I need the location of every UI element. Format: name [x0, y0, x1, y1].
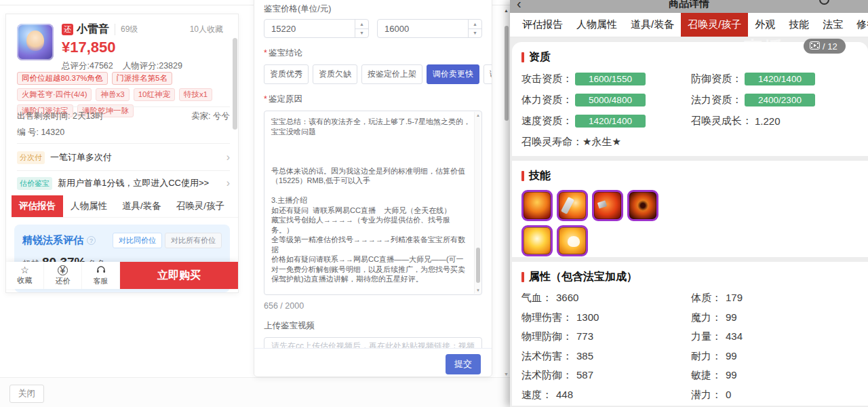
character-listing-card: 还 小雷音 69级 10人收藏 ¥17,850 总评分:47562 人物评分:2… — [5, 14, 239, 293]
page-scrollbar[interactable]: ▲ ▼ — [503, 0, 510, 407]
apt-label: 体力资质： — [521, 94, 572, 106]
question-icon[interactable]: ? — [87, 236, 96, 245]
option-adjust-sell-higher[interactable]: 调整卖更高 — [484, 64, 492, 84]
left-scrollbar-thumb[interactable] — [233, 38, 237, 130]
tab-character-attributes[interactable]: 人物属性 — [570, 13, 624, 37]
reason-textarea[interactable]: 宝宝总结：该有的攻法齐全，玩法上够了.5-7星地煞之类的，宝宝没啥问题 号总体来… — [264, 111, 482, 295]
attr-value: 3660 — [556, 288, 578, 308]
detail-content: 资质 攻击资质：1600/1550 防御资质：1420/1400 体力资质：50… — [510, 37, 868, 407]
attr-value: 0 — [726, 385, 731, 405]
tab-appearance[interactable]: 外观 — [232, 195, 239, 217]
film-icon — [810, 41, 820, 52]
skill-icon[interactable] — [521, 225, 553, 256]
submit-button[interactable]: 提交 — [446, 354, 481, 374]
attr-label: 法术伤害： — [521, 347, 572, 366]
listing-price: ¥17,850 — [62, 39, 230, 56]
skills-title: 技能 — [529, 169, 551, 183]
character-avatar[interactable] — [17, 24, 54, 60]
character-score: 人物评分:23829 — [123, 60, 182, 72]
scroll-up-icon[interactable]: ▲ — [504, 8, 509, 13]
feature-tag: 火舞苍穹·四件(4/4) — [17, 88, 92, 101]
buy-now-button[interactable]: 立即购买 — [120, 262, 238, 289]
option-good-aptitude[interactable]: 资质优秀 — [264, 64, 309, 84]
compare-same-price-toggle[interactable]: 对比同价位 — [113, 233, 162, 248]
total-score: 总评分:47562 — [62, 60, 113, 72]
tab-items-equipment[interactable]: 道具/装备 — [115, 195, 169, 217]
tab-evaluation-report[interactable]: 评估报告 — [12, 195, 63, 217]
option-list-at-appraised-price[interactable]: 按鉴定价上架 — [361, 64, 422, 84]
scroll-up-icon[interactable]: ▲ — [475, 112, 481, 119]
attr-label: 魔力： — [691, 308, 722, 328]
tab-appearance[interactable]: 外观 — [748, 13, 782, 37]
textarea-scrollbar-thumb[interactable] — [476, 248, 480, 283]
section-marker — [521, 171, 524, 181]
growth-value: 1.220 — [755, 115, 781, 127]
conclusion-label: 鉴宝结论 — [264, 47, 482, 59]
appraisal-promo-row[interactable]: 估价鉴宝 新用户首单1分钱，立即进入CC使用>> › — [17, 174, 230, 192]
favorite-button[interactable]: ☆ 收藏 — [6, 262, 44, 289]
service-label: 客服 — [94, 276, 108, 286]
price-high-input[interactable] — [378, 20, 462, 37]
listing-tab-bar: 评估报告 人物属性 道具/装备 召唤灵/孩子 外观 — [12, 195, 238, 218]
increment-icon[interactable]: ▲ — [469, 20, 481, 29]
lifespan-value: ★永生★ — [583, 136, 621, 147]
listing-badge: 还 — [62, 24, 73, 35]
char-counter: 656 / 2000 — [264, 301, 482, 311]
highlight-tag: 同价位超越80.37%角色 — [17, 72, 108, 85]
tab-summon-child[interactable]: 召唤灵/孩子 — [681, 13, 748, 37]
divider — [17, 143, 230, 144]
skill-grid — [521, 190, 677, 256]
promo-text: 新用户首单1分钱，立即进入CC使用>> — [58, 177, 209, 189]
apt-label: 法力资质： — [691, 94, 742, 106]
installment-row[interactable]: 分次付 一笔订单多次付 › — [17, 149, 230, 166]
tab-evaluation-report[interactable]: 评估报告 — [515, 13, 570, 37]
media-count: / 12 — [823, 41, 837, 52]
tab-cultivation[interactable]: 修行 — [850, 13, 868, 37]
option-lacking-aptitude[interactable]: 资质欠缺 — [313, 64, 357, 84]
customer-service-button[interactable]: 客服 — [82, 262, 120, 289]
bargain-button[interactable]: ¥ 还价 — [44, 262, 82, 289]
attr-value: 99 — [726, 308, 737, 328]
tab-items-equipment[interactable]: 道具/装备 — [624, 13, 681, 37]
close-button[interactable]: 关闭 — [9, 385, 44, 403]
price-low-input[interactable] — [264, 20, 349, 37]
media-counter-pill[interactable]: / 12 — [804, 39, 846, 54]
feature-tag: 神兽x3 — [96, 88, 129, 101]
tab-skills[interactable]: 技能 — [782, 13, 816, 37]
scroll-down-icon[interactable]: ▼ — [475, 287, 481, 294]
tab-treasure[interactable]: 法宝 — [816, 13, 850, 37]
page-scrollbar-thumb[interactable] — [505, 26, 509, 121]
decrement-icon[interactable]: ▼ — [355, 29, 368, 38]
reason-label: 鉴定原因 — [264, 94, 482, 105]
skill-icon[interactable] — [557, 190, 588, 221]
bottom-strip: 关闭 — [0, 377, 510, 407]
action-bar: ☆ 收藏 ¥ 还价 客服 立即购买 — [6, 262, 238, 289]
decrement-icon[interactable]: ▼ — [469, 29, 481, 38]
tab-character-attributes[interactable]: 人物属性 — [63, 195, 115, 217]
skill-icon[interactable] — [592, 190, 623, 221]
feature-tag: 10红神宠 — [134, 88, 175, 101]
attributes-section: 属性（包含法宝加成） 气血：3660 体质：179 物理伤害：1300 魔力：9… — [512, 262, 868, 406]
price-range-label: 鉴宝价格(单位/元) — [264, 3, 482, 15]
textarea-scrollbar[interactable]: ▲ ▼ — [474, 112, 481, 294]
scroll-down-icon[interactable]: ▼ — [504, 372, 509, 376]
attr-label: 气血： — [521, 288, 552, 308]
skill-icon[interactable] — [521, 190, 553, 221]
compare-all-price-toggle[interactable]: 对比所有价位 — [165, 233, 222, 248]
attr-label: 速度： — [521, 385, 552, 405]
apt-value-pill: 1600/1550 — [575, 73, 646, 85]
option-lower-price-sell-faster[interactable]: 调价卖更快 — [427, 64, 479, 84]
skill-icon[interactable] — [557, 225, 588, 256]
attr-label: 力量： — [691, 327, 722, 347]
attr-label: 潜力： — [691, 385, 722, 405]
feature-tag: 特技x1 — [179, 88, 212, 101]
attr-label: 法术防御： — [521, 366, 572, 385]
attr-label: 物理伤害： — [521, 308, 572, 328]
apt-value-pill: 1420/1400 — [745, 73, 815, 85]
skill-icon[interactable] — [627, 190, 658, 221]
tab-summon-child[interactable]: 召唤灵/孩子 — [169, 195, 232, 217]
increment-icon[interactable]: ▲ — [355, 20, 368, 29]
apt-label: 速度资质： — [521, 115, 572, 128]
price-low-field: ▲ ▼ — [264, 19, 369, 38]
attr-value: 448 — [556, 385, 573, 405]
